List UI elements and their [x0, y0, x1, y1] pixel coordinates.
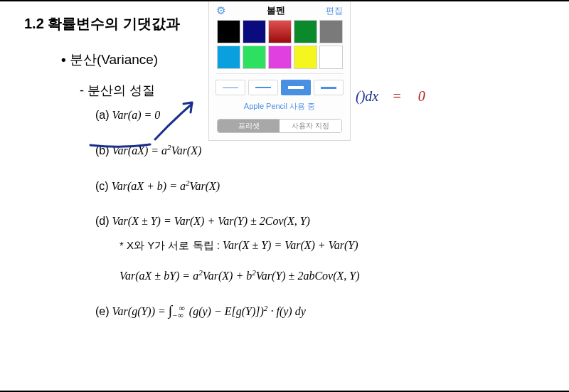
stroke-option[interactable] — [248, 80, 278, 95]
color-swatch[interactable] — [294, 20, 317, 43]
item-c: (c) Var(aX + b) = a2Var(X) — [95, 179, 548, 193]
stroke-option[interactable] — [281, 80, 311, 95]
handwritten-underline — [89, 142, 151, 149]
segment-option[interactable]: 사용자 지정 — [280, 120, 341, 132]
handwritten-arrow — [151, 100, 201, 142]
stroke-option[interactable] — [314, 80, 344, 95]
item-d-extra: Var(aX ± bY) = a2Var(X) + b2Var(Y) ± 2ab… — [119, 268, 548, 282]
handwritten-equation: ()dx = 0 — [356, 88, 425, 105]
segment-option[interactable]: 프리셋 — [218, 120, 280, 132]
gear-icon[interactable]: ⚙ — [216, 4, 225, 17]
item-e: (e) Var(g(Y)) = ∫−∞∞(g(y) − E[g(Y)])2 · … — [95, 302, 548, 319]
color-swatch[interactable] — [268, 46, 292, 69]
edit-link[interactable]: 편집 — [326, 5, 343, 17]
pen-panel-title: 볼펜 — [225, 5, 326, 17]
color-swatch[interactable] — [217, 20, 240, 43]
color-swatch[interactable] — [319, 46, 343, 69]
color-swatch[interactable] — [243, 46, 266, 69]
item-b: (b) Var(aX) = a2Var(X) — [95, 143, 548, 157]
color-grid — [217, 20, 343, 69]
bullet-label: 분산(Variance) — [70, 52, 158, 67]
stroke-row — [216, 73, 344, 95]
color-swatch[interactable] — [319, 20, 343, 43]
stroke-option[interactable] — [216, 80, 245, 95]
segmented-control: 프리셋사용자 지정 — [217, 119, 342, 133]
color-swatch[interactable] — [268, 20, 292, 43]
item-d: (d) Var(X ± Y) = Var(X) + Var(Y) ± 2Cov(… — [95, 215, 548, 228]
color-swatch[interactable] — [243, 20, 266, 43]
pencil-status: Apple Pencil 사용 중 — [244, 101, 315, 112]
item-d-note: * X와 Y가 서로 독립 : Var(X ± Y) = Var(X) + Va… — [119, 239, 548, 253]
color-swatch[interactable] — [294, 46, 317, 69]
color-swatch[interactable] — [217, 46, 240, 69]
pen-panel: ⚙ 볼펜 편집 Apple Pencil 사용 중 프리셋사용자 지정 — [208, 1, 351, 141]
